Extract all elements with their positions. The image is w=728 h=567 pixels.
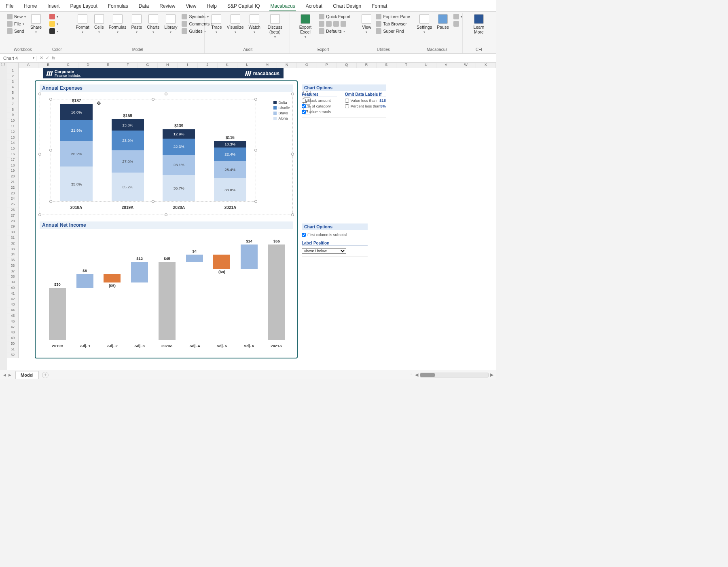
settings-button[interactable]: Settings▾ <box>415 13 434 35</box>
accept-formula-icon[interactable]: ✓ <box>46 55 49 61</box>
file-button[interactable]: File▾ <box>6 21 27 27</box>
help-button[interactable]: ▾ <box>452 13 463 20</box>
export-excel-button[interactable]: Export Excel▾ <box>295 13 316 40</box>
watch-button[interactable]: Watch▾ <box>247 13 262 35</box>
bordercolor-button[interactable]: ▾ <box>48 28 59 34</box>
sound-button[interactable] <box>452 21 463 27</box>
grid-content[interactable]: CorporateFinance Institute. macabacus An… <box>19 68 496 370</box>
tab-formulas[interactable]: Formulas <box>107 2 129 11</box>
outline-levels[interactable]: 1 2 <box>0 63 7 370</box>
tab-review[interactable]: Review <box>159 2 176 11</box>
sheet-nav[interactable]: ◀▶ <box>2 373 12 377</box>
library-button[interactable]: Library▾ <box>163 13 179 35</box>
sheet-tab-bar: ◀▶ Model ＋ ⋮ ◀ ▶ <box>0 370 496 379</box>
resize-handle[interactable] <box>38 213 41 216</box>
hscroll-left[interactable]: ◀ <box>415 372 418 377</box>
tab-chart-design[interactable]: Chart Design <box>332 2 362 11</box>
shape-icon <box>319 21 324 27</box>
view-button[interactable]: View▾ <box>360 13 373 35</box>
tab-acrobat[interactable]: Acrobat <box>305 2 323 11</box>
hscroll-thumb[interactable] <box>420 373 435 377</box>
cancel-formula-icon[interactable]: ✕ <box>40 55 43 61</box>
resize-handle[interactable] <box>291 213 294 216</box>
chart1-legend[interactable]: Delta Charlie Bravo Alpha <box>273 101 290 122</box>
name-box[interactable]: Chart 4▾ <box>0 56 36 61</box>
resize-handle[interactable] <box>38 93 41 95</box>
send-button[interactable]: Send <box>6 28 27 34</box>
fontcolor-button[interactable]: ▾ <box>48 13 59 20</box>
watch-icon <box>250 14 259 24</box>
sheet-tab-model[interactable]: Model <box>15 371 39 379</box>
tab-view[interactable]: View <box>185 2 197 11</box>
fillcolor-button[interactable]: ▾ <box>48 21 59 27</box>
cb-pct-category[interactable]: % of category <box>302 104 337 108</box>
cb-column-totals[interactable]: Column totals <box>302 110 337 114</box>
chart1-plot-area[interactable]: $18735.8%26.2%21.9%16.0%$15935.2%27.0%23… <box>51 99 256 202</box>
cb-first-subtotal[interactable]: First column is subtotal <box>302 232 368 237</box>
resize-handle[interactable] <box>165 93 167 95</box>
tab-help[interactable]: Help <box>206 2 218 11</box>
fillcolor-icon <box>49 21 55 27</box>
chart-options-1: Chart Options Features Block amount % of… <box>302 84 386 120</box>
row-headers[interactable]: 1234567891011121314151617181920212223242… <box>7 68 19 358</box>
resize-handle[interactable] <box>165 213 167 216</box>
tab-split[interactable]: ⋮ <box>409 372 413 377</box>
paste-button[interactable]: Paste▾ <box>129 13 144 35</box>
export-shapes[interactable] <box>317 21 351 27</box>
ribbon-group-utilities: View▾ Explorer Pane Tab Browser Super Fi… <box>357 13 410 53</box>
ribbon-group-workbook: New▾ File▾ Send Share▾ Workbook <box>2 13 43 53</box>
defaults-menu[interactable]: Defaults▾ <box>317 28 351 34</box>
add-sheet-button[interactable]: ＋ <box>42 372 49 378</box>
chart2-waterfall[interactable]: $30$8($5)$12$45$4($8)$14$55 2019AAdj. 1A… <box>40 231 293 352</box>
tab-macabacus[interactable]: Macabacus <box>269 2 296 11</box>
pause-button[interactable]: Pause <box>435 13 451 30</box>
tab-insert[interactable]: Insert <box>47 2 60 11</box>
tab-page-layout[interactable]: Page Layout <box>69 2 98 11</box>
chart-container: Annual Expenses ✥ <box>35 80 298 358</box>
tab-format[interactable]: Format <box>371 2 388 11</box>
super-find-button[interactable]: Super Find <box>375 28 411 34</box>
tab-s-p-capital-iq[interactable]: S&P Capital IQ <box>226 2 260 11</box>
ribbon-group-macabacus: Settings▾ Pause ▾ Macabacus <box>412 13 463 53</box>
column-headers[interactable]: ABCDEFGHIJKLMNOPQRSTUVWX <box>7 63 496 68</box>
format-icon <box>78 14 87 24</box>
formulas-button[interactable]: Formulas▾ <box>107 13 128 35</box>
share-icon <box>31 14 41 24</box>
format-button[interactable]: Format▾ <box>74 13 91 35</box>
label-position-select[interactable]: Above / below <box>302 248 346 254</box>
pause-icon <box>438 14 448 24</box>
export-excel-icon <box>301 14 310 24</box>
visualize-button[interactable]: Visualize▾ <box>225 13 245 35</box>
ribbon-group-audit: Trace▾Visualize▾Watch▾Discuss (beta)▾ Au… <box>206 13 290 53</box>
ribbon-group-color: ▾ ▾ ▾ Color <box>45 13 69 53</box>
ribbon: New▾ File▾ Send Share▾ Workbook ▾ ▾ ▾ Co… <box>0 12 496 54</box>
tab-browser-button[interactable]: Tab Browser <box>375 21 411 27</box>
hscroll-track[interactable] <box>420 373 489 377</box>
fx-icon[interactable]: fx <box>52 55 55 61</box>
resize-handle[interactable] <box>38 153 41 156</box>
chart1-selected[interactable]: ✥ $18735.8%26.2%21.9%16.0%$15935.2%27.0%… <box>40 94 293 215</box>
tab-file[interactable]: File <box>5 2 14 11</box>
bordercolor-icon <box>49 28 55 34</box>
cells-button[interactable]: Cells▾ <box>93 13 106 35</box>
hscroll-right[interactable]: ▶ <box>490 372 493 377</box>
share-button[interactable]: Share▾ <box>29 13 43 35</box>
ribbon-group-model: Format▾Cells▾Formulas▾Paste▾Charts▾Libra… <box>71 13 205 53</box>
paste-icon <box>132 14 142 24</box>
trace-button[interactable]: Trace▾ <box>210 13 223 35</box>
cb-block-amount[interactable]: Block amount <box>302 98 337 103</box>
resize-handle[interactable] <box>291 93 294 95</box>
macabacus-bars-icon <box>245 71 251 76</box>
new-button[interactable]: New▾ <box>6 13 27 20</box>
quick-export-button[interactable]: Quick Export <box>317 13 351 20</box>
cb-value-less[interactable]: Value less than <box>345 98 377 103</box>
discuss-beta--button[interactable]: Discuss (beta)▾ <box>264 13 286 40</box>
resize-handle[interactable] <box>291 153 294 156</box>
cb-percent-less[interactable]: Percent less than <box>345 104 380 108</box>
charts-button[interactable]: Charts▾ <box>145 13 161 35</box>
tab-data[interactable]: Data <box>138 2 150 11</box>
explorer-pane-button[interactable]: Explorer Pane <box>375 13 411 20</box>
learn-more-button[interactable]: Learn More <box>468 13 490 35</box>
cfi-bars-icon <box>46 71 53 76</box>
tab-home[interactable]: Home <box>23 2 38 11</box>
